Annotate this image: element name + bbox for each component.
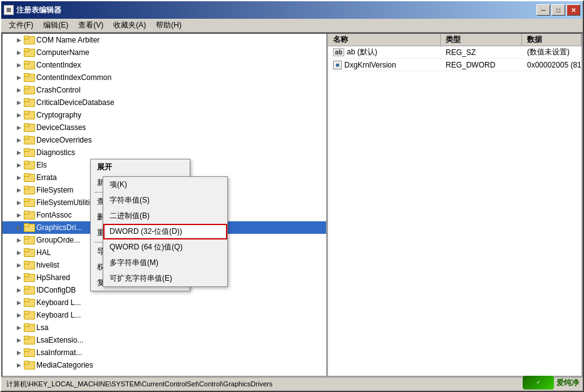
tree-arrow-computer-name[interactable]: ▶: [15, 49, 23, 56]
tree-arrow-hp-shared[interactable]: ▶: [15, 274, 23, 281]
tree-item-cryptography[interactable]: ▶Cryptography: [3, 109, 326, 121]
folder-icon-crash-control: [24, 86, 34, 94]
folder-icon-hivelist: [24, 261, 34, 269]
tree-item-keyboard-l2[interactable]: ▶Keyboard L...: [3, 309, 326, 321]
tree-item-content-index[interactable]: ▶ContentIndex: [3, 59, 326, 71]
titlebar-buttons: ─ □ ✕: [536, 4, 580, 16]
tree-label-idconfig-db: IDConfigDB: [36, 286, 76, 294]
reg-row-dxgkrnl[interactable]: ■DxgKrnlVersionREG_DWORD0x00002005 (8197…: [328, 59, 581, 71]
tree-arrow-diagnostics[interactable]: ▶: [15, 149, 23, 156]
folder-icon-media-categories: [24, 361, 34, 369]
minimize-button[interactable]: ─: [536, 4, 550, 16]
menu-file[interactable]: 文件(F): [4, 19, 38, 32]
reg-row-default[interactable]: abab (默认)REG_SZ(数值未设置): [328, 46, 581, 59]
watermark: ✓ 爱纯净: [523, 376, 579, 389]
statusbar: 计算机\HKEY_LOCAL_MACHINE\SYSTEM\CurrentCon…: [1, 377, 583, 391]
tree-label-filesystem: FileSystem: [36, 186, 73, 194]
tree-arrow-graphics-drivers[interactable]: ▶: [15, 224, 23, 231]
watermark-logo: ✓: [523, 376, 554, 389]
main-content: ▶COM Name Arbiter▶ComputerName▶ContentIn…: [1, 33, 583, 377]
folder-icon-com-name-arbiter: [24, 36, 34, 44]
maximize-button[interactable]: □: [551, 4, 565, 16]
tree-item-content-index-common[interactable]: ▶ContentIndexCommon: [3, 71, 326, 84]
titlebar: ⊞ 注册表编辑器 ─ □ ✕: [1, 1, 583, 19]
tree-label-hp-shared: HpShared: [36, 273, 70, 282]
tree-label-content-index: ContentIndex: [36, 61, 81, 69]
tree-label-els: Els: [36, 161, 47, 169]
tree-item-device-overrides[interactable]: ▶DeviceOverrides: [3, 134, 326, 146]
reg-name-default: abab (默认): [328, 47, 441, 58]
folder-icon-keyboard-l2: [24, 311, 34, 319]
tree-arrow-errata[interactable]: ▶: [15, 174, 23, 181]
tree-arrow-device-overrides[interactable]: ▶: [15, 136, 23, 144]
tree-arrow-hal[interactable]: ▶: [15, 249, 23, 256]
submenu-item-dword[interactable]: DWORD (32-位值(D)): [103, 224, 227, 239]
tree-arrow-com-name-arbiter[interactable]: ▶: [15, 36, 23, 44]
tree-item-lsa[interactable]: ▶Lsa: [3, 321, 326, 334]
tree-arrow-cryptography[interactable]: ▶: [15, 111, 23, 119]
tree-label-errata: Errata: [36, 173, 57, 182]
tree-label-device-overrides: DeviceOverrides: [36, 136, 92, 144]
tree-label-filesystem-utilities: FileSystemUtilities: [36, 198, 98, 207]
window-title: 注册表编辑器: [16, 5, 536, 16]
folder-icon-els: [24, 161, 34, 169]
menu-edit[interactable]: 编辑(E): [38, 19, 73, 32]
submenu-item-expandable-string[interactable]: 可扩充字符串值(E): [103, 271, 227, 286]
tree-label-lsa-informat: LsaInformat...: [36, 348, 82, 357]
tree-label-com-name-arbiter: COM Name Arbiter: [36, 36, 100, 44]
submenu-item-key[interactable]: 项(K): [103, 177, 227, 193]
reg-data-dxgkrnl: 0x00002005 (8197): [522, 61, 581, 69]
tree-arrow-idconfig-db[interactable]: ▶: [15, 286, 23, 294]
menu-favorites[interactable]: 收藏夹(A): [108, 19, 151, 32]
tree-item-device-classes[interactable]: ▶DeviceClasses: [3, 121, 326, 134]
folder-icon-lsa-extensio: [24, 336, 34, 344]
tree-arrow-keyboard-l1[interactable]: ▶: [15, 299, 23, 306]
tree-arrow-lsa-extensio[interactable]: ▶: [15, 336, 23, 344]
tree-arrow-device-classes[interactable]: ▶: [15, 124, 23, 131]
tree-item-crash-control[interactable]: ▶CrashControl: [3, 84, 326, 96]
menu-view[interactable]: 查看(V): [73, 19, 108, 32]
tree-label-graphics-drivers: GraphicsDri...: [36, 223, 82, 232]
submenu-item-qword[interactable]: QWORD (64 位)值(Q): [103, 239, 227, 255]
tree-label-cryptography: Cryptography: [36, 111, 81, 119]
folder-icon-diagnostics: [24, 148, 34, 157]
tree-arrow-group-order[interactable]: ▶: [15, 236, 23, 244]
folder-icon-filesystem-utilities: [24, 198, 34, 207]
submenu-item-multi-string[interactable]: 多字符串值(M): [103, 255, 227, 271]
reg-name-dxgkrnl: ■DxgKrnlVersion: [328, 61, 441, 69]
tree-arrow-media-categories[interactable]: ▶: [15, 361, 23, 369]
ctx-item-expand[interactable]: 展开: [91, 159, 190, 175]
col-header-name: 名称: [328, 34, 441, 46]
close-button[interactable]: ✕: [566, 4, 580, 16]
tree-label-critical-device-db: CriticalDeviceDatabase: [36, 98, 115, 107]
tree-arrow-keyboard-l2[interactable]: ▶: [15, 311, 23, 319]
tree-arrow-filesystem-utilities[interactable]: ▶: [15, 199, 23, 206]
tree-arrow-lsa-informat[interactable]: ▶: [15, 349, 23, 356]
tree-arrow-hivelist[interactable]: ▶: [15, 261, 23, 269]
tree-arrow-content-index[interactable]: ▶: [15, 61, 23, 69]
tree-arrow-els[interactable]: ▶: [15, 161, 23, 169]
tree-arrow-crash-control[interactable]: ▶: [15, 86, 23, 94]
tree-arrow-filesystem[interactable]: ▶: [15, 186, 23, 194]
tree-arrow-critical-device-db[interactable]: ▶: [15, 99, 23, 106]
tree-label-diagnostics: Diagnostics: [36, 148, 75, 157]
tree-item-keyboard-l1[interactable]: ▶Keyboard L...: [3, 296, 326, 309]
tree-item-com-name-arbiter[interactable]: ▶COM Name Arbiter: [3, 34, 326, 46]
tree-arrow-lsa[interactable]: ▶: [15, 324, 23, 331]
tree-item-diagnostics[interactable]: ▶Diagnostics: [3, 146, 326, 159]
folder-icon-content-index-common: [24, 73, 34, 82]
tree-item-computer-name[interactable]: ▶ComputerName: [3, 46, 326, 59]
tree-item-lsa-informat[interactable]: ▶LsaInformat...: [3, 346, 326, 359]
submenu-item-binary[interactable]: 二进制值(B): [103, 208, 227, 224]
menu-help[interactable]: 帮助(H): [151, 19, 187, 32]
tree-item-lsa-extensio[interactable]: ▶LsaExtensio...: [3, 334, 326, 346]
tree-label-keyboard-l2: Keyboard L...: [36, 311, 81, 319]
tree-arrow-font-assoc[interactable]: ▶: [15, 211, 23, 219]
tree-label-font-assoc: FontAssoc: [36, 211, 72, 219]
submenu-item-string[interactable]: 字符串值(S): [103, 193, 227, 208]
tree-item-media-categories[interactable]: ▶MediaCategories: [3, 359, 326, 371]
tree-arrow-content-index-common[interactable]: ▶: [15, 74, 23, 81]
tree-item-critical-device-db[interactable]: ▶CriticalDeviceDatabase: [3, 96, 326, 109]
folder-icon-group-order: [24, 236, 34, 244]
folder-icon-critical-device-db: [24, 98, 34, 107]
